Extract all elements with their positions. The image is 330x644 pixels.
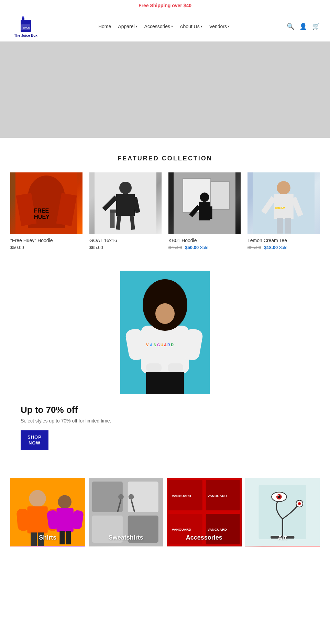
- main-nav: Home Apparel ▾ Accessories ▾ About Us ▾ …: [98, 24, 230, 29]
- product-image: [89, 172, 162, 234]
- svg-point-63: [58, 495, 72, 509]
- svg-text:JUICE: JUICE: [23, 26, 30, 29]
- promo-subtext: Select styles up to 70% off for limited …: [21, 418, 309, 423]
- product-image: [168, 172, 241, 234]
- svg-rect-34: [277, 218, 283, 234]
- product-name: KB01 Hoodie: [168, 238, 241, 243]
- vendors-chevron-icon: ▾: [228, 24, 230, 28]
- category-label-sweatshirts: Sweatshirts: [89, 534, 164, 541]
- product-price: $50.00: [10, 245, 82, 250]
- about-chevron-icon: ▾: [201, 24, 202, 28]
- svg-text:HUEY: HUEY: [34, 214, 50, 220]
- svg-text:VANGUARD: VANGUARD: [172, 494, 191, 497]
- svg-text:A: A: [164, 343, 167, 347]
- header: JUICE The Juice Box Home Apparel ▾ Acces…: [0, 11, 330, 42]
- nav-item-accessories[interactable]: Accessories ▾: [144, 24, 173, 29]
- announcement-bar: Free Shipping over $40: [0, 0, 330, 11]
- search-icon[interactable]: 🔍: [287, 23, 294, 30]
- product-card[interactable]: FREE HUEY "Free Huey" Hoodie $50.00: [10, 172, 82, 250]
- product-price: $75.00 $50.00 Sale: [168, 245, 241, 250]
- category-section: Shirts Sweatshirts: [0, 467, 330, 560]
- account-icon[interactable]: 👤: [299, 23, 307, 30]
- svg-text:VANGUARD: VANGUARD: [172, 528, 191, 531]
- promo-text-section: Up to 70% off Select styles up to 70% of…: [10, 394, 320, 454]
- svg-point-94: [277, 495, 278, 496]
- promo-section: V A N G U A R D Up to 70% off Select sty…: [0, 264, 330, 467]
- product-card[interactable]: GOAT 16x16 $65.00: [89, 172, 162, 250]
- product-image: FREE HUEY: [10, 172, 82, 234]
- svg-text:VANGUARD: VANGUARD: [208, 494, 227, 497]
- nav-item-home[interactable]: Home: [98, 24, 111, 29]
- svg-rect-53: [146, 363, 162, 372]
- logo-icon: JUICE: [17, 15, 34, 34]
- logo[interactable]: JUICE The Juice Box: [10, 15, 41, 38]
- product-card[interactable]: CREAM Lemon Cream Tee $25.00 $18.00 Sale: [248, 172, 320, 250]
- category-tile-shirts[interactable]: Shirts: [10, 478, 85, 546]
- svg-text:FREE: FREE: [34, 207, 49, 214]
- svg-text:U: U: [161, 343, 163, 347]
- product-image: CREAM: [248, 172, 320, 234]
- nav-item-vendors[interactable]: Vendors ▾: [209, 24, 230, 29]
- product-price: $25.00 $18.00 Sale: [248, 245, 320, 250]
- svg-text:G: G: [157, 343, 160, 347]
- svg-rect-16: [116, 194, 135, 216]
- svg-text:VANGUARD: VANGUARD: [208, 528, 227, 531]
- promo-image-bg: V A N G U A R D: [120, 271, 210, 394]
- header-icons: 🔍 👤 🛒: [287, 23, 320, 30]
- svg-point-76: [128, 494, 134, 499]
- product-price: $65.00: [89, 245, 162, 250]
- hero-banner: [0, 42, 330, 138]
- svg-line-19: [118, 216, 120, 230]
- product-card[interactable]: KB01 Hoodie $75.00 $50.00 Sale: [168, 172, 241, 250]
- svg-rect-59: [16, 508, 30, 531]
- svg-point-57: [29, 490, 46, 507]
- svg-line-18: [135, 197, 138, 213]
- promo-image: V A N G U A R D: [120, 271, 210, 394]
- product-name: "Free Huey" Hoodie: [10, 238, 82, 243]
- accessories-chevron-icon: ▾: [171, 24, 173, 28]
- svg-text:D: D: [171, 343, 174, 347]
- products-grid: FREE HUEY "Free Huey" Hoodie $50.00: [10, 172, 320, 250]
- logo-text: The Juice Box: [14, 34, 37, 38]
- svg-text:R: R: [167, 343, 170, 347]
- product-name: GOAT 16x16: [89, 238, 162, 243]
- svg-point-96: [298, 502, 301, 505]
- svg-text:V: V: [146, 343, 149, 347]
- svg-point-75: [118, 494, 124, 499]
- promo-heading: Up to 70% off: [21, 405, 309, 415]
- category-label-shirts: Shirts: [10, 534, 85, 541]
- svg-point-15: [119, 182, 132, 194]
- category-tile-sweatshirts[interactable]: Sweatshirts: [89, 478, 164, 546]
- featured-collection: FEATURED COLLECTION FREE HUEY "Free Huey…: [0, 138, 330, 264]
- svg-text:N: N: [154, 343, 156, 347]
- svg-point-44: [155, 303, 175, 324]
- category-tile-art[interactable]: Art: [245, 478, 320, 546]
- category-label-art: Art: [245, 534, 320, 541]
- nav-item-apparel[interactable]: Apparel ▾: [118, 24, 137, 29]
- svg-text:CREAM: CREAM: [275, 206, 285, 210]
- category-tile-accessories[interactable]: VANGUARD VANGUARD VANGUARD VANGUARD Acce…: [167, 478, 242, 546]
- announcement-text: Free Shipping over $40: [139, 3, 191, 8]
- cart-icon[interactable]: 🛒: [312, 23, 320, 30]
- svg-rect-55: [146, 372, 184, 394]
- nav-item-about[interactable]: About Us ▾: [180, 24, 202, 29]
- featured-title: FEATURED COLLECTION: [10, 155, 320, 162]
- svg-point-30: [277, 181, 290, 195]
- product-name: Lemon Cream Tee: [248, 238, 320, 243]
- svg-rect-35: [285, 218, 291, 234]
- svg-rect-54: [168, 363, 183, 372]
- svg-rect-58: [27, 506, 47, 533]
- category-label-accessories: Accessories: [167, 534, 242, 541]
- svg-rect-24: [211, 182, 229, 210]
- svg-rect-71: [92, 482, 122, 512]
- apparel-chevron-icon: ▾: [136, 24, 138, 28]
- svg-line-20: [132, 216, 133, 230]
- svg-text:A: A: [150, 343, 153, 347]
- svg-point-25: [200, 193, 209, 202]
- svg-rect-64: [56, 508, 73, 532]
- svg-rect-2: [22, 16, 24, 18]
- shop-now-button[interactable]: SHOPNOW: [21, 430, 48, 450]
